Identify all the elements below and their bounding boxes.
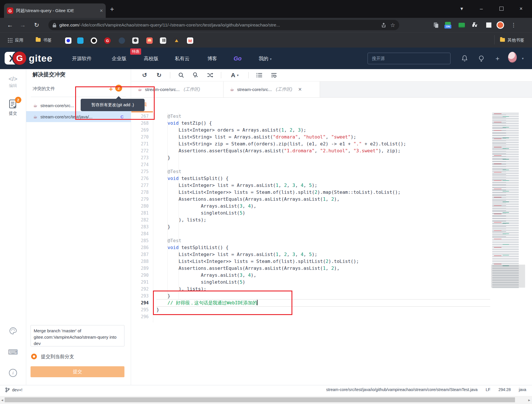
activity-commit[interactable]: 2 提交	[0, 99, 26, 116]
status-eol[interactable]: LF	[486, 387, 490, 392]
site-search-input[interactable]: 搜开源	[368, 53, 450, 64]
scroll-left-icon[interactable]: ◂	[1, 398, 3, 402]
browser-menu-icon[interactable]: ⋮	[509, 21, 518, 29]
line-number: 294	[131, 299, 149, 306]
browser-tab[interactable]: G 阿超/stream-query - Gitee IDE ×	[4, 3, 106, 18]
tab-close-icon[interactable]: ×	[100, 8, 103, 14]
window-close-button[interactable]: ×	[514, 3, 528, 14]
maximize-button[interactable]	[495, 3, 508, 14]
extensions-puzzle-icon[interactable]	[471, 21, 479, 29]
panel-title: 解决提交冲突	[33, 71, 65, 78]
commit-message-input[interactable]: Merge branch 'master' of gitee.com:Vampi…	[31, 325, 124, 346]
editor-tab-active[interactable]: ☕ stream-core/src... (工作区) ✕	[224, 81, 320, 97]
forward-button[interactable]: →	[18, 21, 28, 29]
branch-status[interactable]: dev+!	[5, 387, 22, 392]
bulb-icon[interactable]	[477, 54, 486, 63]
bookmark-bilibili-icon[interactable]	[77, 37, 84, 44]
plus-icon[interactable]: ＋	[493, 54, 502, 63]
nav-enterprise[interactable]: 企业版	[112, 55, 126, 62]
apps-grid-icon[interactable]	[7, 38, 12, 43]
editor-tab[interactable]: ☕ stream-core/src... (工作区)	[131, 81, 224, 97]
list-icon[interactable]	[256, 72, 263, 79]
code-line: 293 }	[131, 293, 490, 299]
screen: G 阿超/stream-query - Gitee IDE × + ▾ – × …	[0, 0, 532, 404]
avatar-caret-icon[interactable]: ▾	[522, 56, 524, 60]
text-cursor	[257, 300, 258, 305]
scrollbar-thumb[interactable]	[5, 397, 515, 402]
search-tabs-icon[interactable]: ▾	[455, 3, 468, 14]
share-icon[interactable]	[381, 22, 387, 28]
status-file-path: stream-core/src/test/java/io/github/vamp…	[326, 387, 478, 392]
info-icon[interactable]: i	[8, 368, 18, 378]
minimize-button[interactable]: –	[475, 3, 488, 14]
tab-close-icon[interactable]: ✕	[298, 87, 302, 92]
code-line: 277 List<Integer> list = Arrays.asList(1…	[131, 182, 490, 189]
code-line: 292 ), lists);	[131, 286, 490, 293]
commit-button[interactable]: 提交	[31, 366, 124, 377]
keyboard-icon[interactable]: ⌨	[8, 347, 18, 357]
line-number: 277	[131, 182, 149, 189]
other-bookmarks-folder-icon[interactable]	[500, 38, 505, 42]
status-language[interactable]: java	[519, 387, 526, 392]
font-settings-icon[interactable]: A▾	[229, 72, 241, 79]
activity-edit[interactable]: </> 编辑	[0, 75, 26, 88]
bookmark-circle-icon[interactable]	[119, 37, 125, 44]
bookmarks-folder-icon[interactable]	[36, 38, 41, 42]
new-tab-button[interactable]: +	[110, 6, 114, 13]
back-button[interactable]: ←	[5, 21, 15, 29]
redo-icon[interactable]: ↻	[156, 72, 162, 79]
user-avatar[interactable]	[508, 53, 517, 62]
commit-badge: 2	[15, 97, 21, 103]
gitee-wordmark[interactable]: gitee	[29, 53, 52, 64]
ext-card-icon[interactable]	[457, 21, 466, 29]
bookmarks-folder-label[interactable]: 书签	[43, 37, 52, 43]
address-bar[interactable]: gitee.com/-/ide/conflict/VampireAchao/st…	[48, 20, 399, 30]
nav-opensource[interactable]: 开源软件	[72, 55, 92, 62]
nav-education[interactable]: 高校版	[144, 55, 158, 62]
bookmark-rabbit-icon[interactable]	[160, 37, 166, 44]
toolbar-divider	[248, 72, 249, 78]
ext-on-icon[interactable]: ON	[444, 21, 452, 29]
nav-go[interactable]: Go	[234, 55, 242, 62]
browser-avatar[interactable]	[496, 21, 505, 29]
code-editor[interactable]: 267 @Test268 void testZip() {269 List<In…	[131, 113, 490, 323]
word-wrap-icon[interactable]	[270, 72, 277, 79]
other-bookmarks-label[interactable]: 其他书签	[508, 37, 524, 43]
profile-square-icon[interactable]	[484, 21, 493, 29]
gitee-logo-icon: G	[12, 51, 27, 66]
shuffle-icon[interactable]	[207, 72, 213, 79]
undo-icon[interactable]: ↺	[141, 72, 148, 79]
find-replace-icon[interactable]: A	[192, 72, 199, 79]
nav-blog[interactable]: 博客	[207, 55, 217, 62]
line-number: 291	[131, 279, 149, 286]
bookmark-anime-icon[interactable]	[146, 37, 153, 44]
nav-mine[interactable]: 我的▾	[259, 55, 272, 62]
commit-branch-radio[interactable]	[31, 354, 37, 359]
bookmark-gitee-icon[interactable]: G	[104, 37, 111, 44]
bookmark-face-icon[interactable]	[132, 37, 139, 44]
bookmark-dark-icon[interactable]	[173, 37, 180, 44]
java-file-icon: ☕	[33, 103, 37, 109]
apps-label[interactable]: 应用	[15, 37, 23, 43]
ext-copy-icon[interactable]	[431, 21, 440, 29]
stage-all-button[interactable]: ＋	[108, 85, 114, 93]
bell-icon[interactable]	[460, 54, 469, 63]
bookmark-github-icon[interactable]	[91, 37, 97, 44]
reload-button[interactable]: ↻	[32, 21, 41, 29]
code-line: 295}	[131, 306, 490, 313]
code-line: 276 void testListSplit() {	[131, 175, 490, 182]
status-cursor-position[interactable]: 294:28	[498, 387, 511, 392]
nav-private-cloud[interactable]: 私有云	[175, 55, 190, 62]
bookmarks-divider	[494, 35, 495, 44]
bookmark-gmail-icon[interactable]: M	[187, 37, 193, 44]
scroll-right-icon[interactable]: ▸	[528, 398, 530, 402]
line-number: 285	[131, 237, 149, 244]
code-line: 287 List<Integer> list = Arrays.asList(1…	[131, 251, 490, 258]
bookmark-baidu-icon[interactable]	[65, 37, 71, 44]
minimap-viewport[interactable]	[491, 265, 525, 288]
bookmark-star-icon[interactable]: ☆	[390, 22, 395, 29]
minimap[interactable]	[491, 113, 525, 289]
conflict-file-row[interactable]: ☕ stream-core/src/test/java/... C	[26, 111, 131, 122]
search-icon[interactable]	[178, 72, 185, 79]
theme-palette-icon[interactable]	[8, 326, 18, 336]
